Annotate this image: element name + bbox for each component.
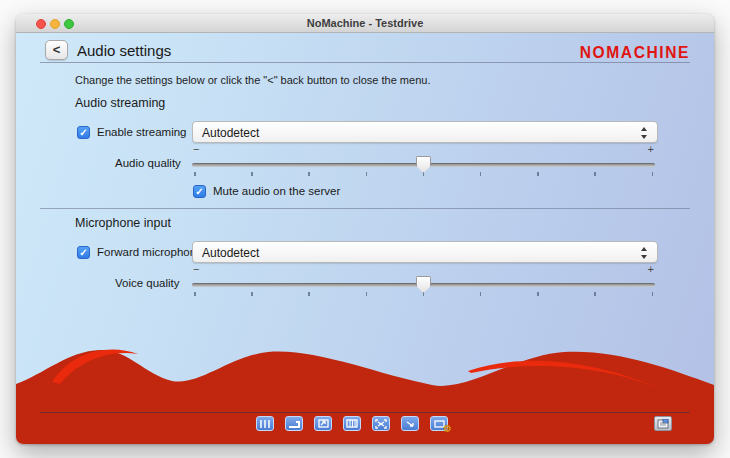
audio-device-value: Autodetect — [202, 126, 259, 140]
nomachine-window: NoMachine - Testdrive < Audio settings N… — [16, 14, 714, 444]
back-button[interactable]: < — [45, 40, 68, 60]
fullscreen-icon[interactable] — [372, 416, 390, 431]
nomachine-logo: NOMACHINE — [580, 42, 690, 61]
forward-microphone-checkbox[interactable]: ✓ — [77, 246, 90, 259]
slider-plus-label: + — [648, 263, 654, 275]
gear-icon: ⚙ — [443, 423, 452, 434]
audio-quality-slider: − + — [192, 156, 655, 186]
select-arrows-icon — [640, 246, 648, 260]
microphone-input-heading: Microphone input — [75, 216, 171, 230]
detach-window-icon[interactable] — [314, 416, 332, 431]
mute-audio-checkbox[interactable]: ✓ — [193, 185, 206, 198]
slider-thumb[interactable] — [416, 156, 431, 173]
mic-device-select[interactable]: Autodetect — [192, 241, 658, 263]
section-divider — [40, 208, 690, 209]
enable-streaming-label[interactable]: Enable streaming — [97, 126, 187, 138]
voice-quality-label: Voice quality — [115, 277, 180, 289]
audio-quality-label: Audio quality — [115, 157, 181, 169]
header-divider — [40, 62, 690, 63]
audio-device-select[interactable]: Autodetect — [192, 121, 658, 143]
check-icon: ✓ — [79, 127, 87, 138]
slider-plus-label: + — [648, 143, 654, 155]
session-toolbar: ⚙ — [256, 416, 448, 431]
check-icon: ✓ — [195, 186, 203, 197]
titlebar: NoMachine - Testdrive — [16, 14, 714, 33]
check-icon: ✓ — [79, 247, 87, 258]
page-title: Audio settings — [77, 42, 171, 59]
forward-microphone-label[interactable]: Forward microphone — [97, 246, 202, 258]
audio-streaming-heading: Audio streaming — [75, 96, 165, 110]
display-settings-icon[interactable]: ⚙ — [430, 416, 448, 431]
select-arrows-icon — [640, 126, 648, 140]
monitors-all-icon[interactable] — [256, 416, 274, 431]
toolbar-divider — [40, 412, 690, 413]
voice-quality-slider: − + — [192, 276, 655, 306]
mic-device-value: Autodetect — [202, 246, 259, 260]
window-title: NoMachine - Testdrive — [16, 17, 714, 29]
mute-audio-label[interactable]: Mute audio on the server — [213, 185, 340, 197]
scale-to-window-icon[interactable] — [401, 416, 419, 431]
slider-minus-label: − — [193, 263, 199, 275]
window-mode-icon[interactable] — [285, 416, 303, 431]
keyboard-grab-icon[interactable] — [343, 416, 361, 431]
instruction-text: Change the settings below or click the "… — [75, 74, 430, 86]
connection-status-icon[interactable] — [654, 416, 672, 431]
slider-thumb[interactable] — [416, 276, 431, 293]
slider-minus-label: − — [193, 143, 199, 155]
enable-streaming-checkbox[interactable]: ✓ — [77, 126, 90, 139]
